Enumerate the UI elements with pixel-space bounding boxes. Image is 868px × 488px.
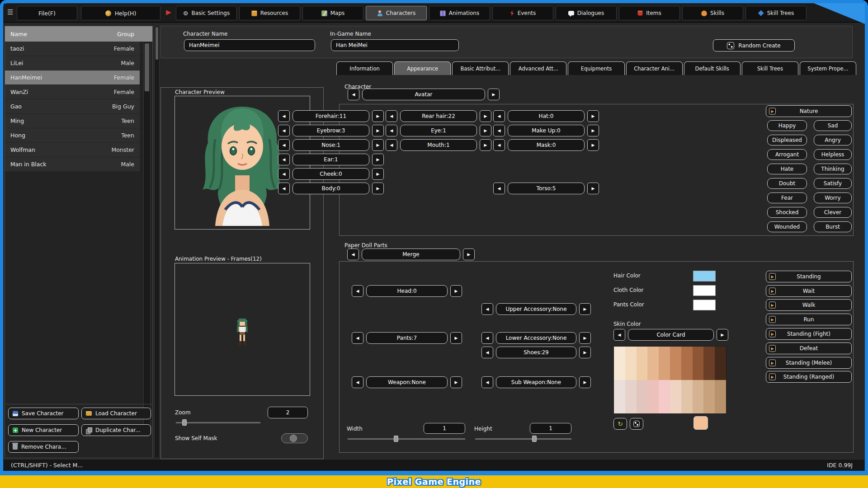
- emotion-sad-button[interactable]: Sad: [814, 120, 852, 131]
- character-row[interactable]: taoziFemale: [5, 42, 140, 56]
- prev-arrow-button[interactable]: ◀: [386, 125, 397, 136]
- next-arrow-button[interactable]: ▶: [372, 183, 384, 194]
- emotion-wounded-button[interactable]: Wounded: [767, 221, 807, 232]
- emotion-happy-button[interactable]: Happy: [767, 120, 807, 131]
- prev-arrow-button[interactable]: ◀: [493, 183, 505, 194]
- show-self-mask-toggle[interactable]: [281, 433, 308, 443]
- prev-arrow-button[interactable]: ◀: [278, 154, 290, 165]
- next-arrow-button[interactable]: ▶: [579, 303, 591, 315]
- next-arrow-button[interactable]: ▶: [372, 168, 384, 180]
- torso-value[interactable]: Torso:5: [508, 183, 585, 194]
- next-arrow-button[interactable]: ▶: [372, 154, 384, 165]
- skin-swatch[interactable]: [614, 347, 625, 380]
- next-arrow-button[interactable]: ▶: [579, 332, 591, 344]
- character-row[interactable]: GaoBig Guy: [5, 99, 140, 114]
- pants-color-swatch[interactable]: [693, 300, 716, 310]
- next-arrow-button[interactable]: ▶: [717, 329, 728, 341]
- nav-tab-basic-settings[interactable]: ⚙Basic Settings: [176, 6, 237, 20]
- nav-tab-skills[interactable]: Skills: [682, 6, 743, 20]
- prev-arrow-button[interactable]: ◀: [613, 329, 625, 341]
- skin-swatch[interactable]: [693, 380, 704, 413]
- help-menu[interactable]: Help(H): [81, 6, 160, 20]
- height-slider-track[interactable]: [475, 438, 571, 440]
- body-value[interactable]: Body:0: [292, 183, 369, 194]
- tab-system-properties[interactable]: System Prope...: [800, 61, 856, 75]
- run-icon[interactable]: ▶: [166, 8, 171, 16]
- skin-swatch[interactable]: [659, 347, 670, 380]
- prev-arrow-button[interactable]: ◀: [352, 376, 363, 388]
- next-arrow-button[interactable]: ▶: [372, 125, 384, 136]
- skin-swatch[interactable]: [647, 347, 659, 380]
- save-character-button[interactable]: Save Character: [8, 408, 79, 419]
- forehair-value[interactable]: Forehair:11: [292, 110, 369, 122]
- duplicate-character-button[interactable]: Duplicate Char...: [81, 424, 151, 436]
- eye-value[interactable]: Eye:1: [400, 125, 477, 136]
- prev-arrow-button[interactable]: ◀: [481, 303, 493, 315]
- emotion-hate-button[interactable]: Hate: [767, 164, 807, 174]
- prev-arrow-button[interactable]: ◀: [278, 110, 290, 122]
- skin-swatch[interactable]: [637, 380, 648, 413]
- skin-swatch[interactable]: [681, 347, 693, 380]
- skin-swatch[interactable]: [681, 380, 693, 413]
- anim-standing-button[interactable]: ▶Standing: [766, 271, 852, 282]
- character-row[interactable]: HongTeen: [5, 128, 140, 143]
- skin-swatch[interactable]: [703, 380, 715, 413]
- rear-hair-value[interactable]: Rear hair:22: [400, 110, 477, 122]
- ear-value[interactable]: Ear:1: [292, 154, 369, 165]
- avatar-spinner-value[interactable]: Avatar: [362, 89, 485, 100]
- skin-swatch[interactable]: [625, 380, 637, 413]
- emotion-thinking-button[interactable]: Thinking: [814, 164, 852, 174]
- next-arrow-button[interactable]: ▶: [587, 125, 599, 136]
- panel-scrollbar[interactable]: [154, 26, 160, 458]
- prev-arrow-button[interactable]: ◀: [493, 110, 505, 122]
- tab-advanced-attributes[interactable]: Advanced Att...: [510, 61, 566, 75]
- nav-tab-items[interactable]: Items: [619, 6, 680, 20]
- nav-tab-animations[interactable]: Animations: [429, 6, 490, 20]
- skin-swatch[interactable]: [670, 347, 681, 380]
- emotion-nature-button[interactable]: ▶Nature: [766, 105, 852, 117]
- upper-accessory-value[interactable]: Upper Accessory:None: [496, 303, 576, 315]
- merge-spinner-value[interactable]: Merge: [362, 249, 460, 260]
- emotion-helpless-button[interactable]: Helpless: [814, 149, 852, 160]
- skin-swatch[interactable]: [659, 380, 670, 413]
- nav-tab-skill-trees[interactable]: Skill Trees: [745, 6, 807, 20]
- tab-equipments[interactable]: Equipments: [568, 61, 624, 75]
- nav-tab-characters[interactable]: Characters: [366, 6, 427, 20]
- prev-arrow-button[interactable]: ◀: [352, 285, 363, 297]
- emotion-shocked-button[interactable]: Shocked: [767, 207, 807, 218]
- ingame-name-input[interactable]: [331, 39, 459, 51]
- next-arrow-button[interactable]: ▶: [579, 376, 591, 388]
- prev-arrow-button[interactable]: ◀: [278, 125, 290, 136]
- anim-run-button[interactable]: ▶Run: [766, 314, 852, 325]
- shoes-value[interactable]: Shoes:29: [496, 347, 576, 358]
- anim-walk-button[interactable]: ▶Walk: [766, 299, 852, 311]
- file-menu[interactable]: File(F): [17, 6, 77, 20]
- prev-arrow-button[interactable]: ◀: [386, 110, 397, 122]
- skin-swatch[interactable]: [715, 380, 726, 413]
- random-create-button[interactable]: Random Create: [713, 39, 795, 52]
- skin-swatch[interactable]: [637, 347, 648, 380]
- remove-character-button[interactable]: Remove Chara...: [8, 441, 79, 453]
- height-slider[interactable]: [475, 436, 571, 442]
- next-arrow-button[interactable]: ▶: [450, 285, 462, 297]
- new-character-button[interactable]: +New Character: [8, 424, 79, 436]
- random-color-button[interactable]: [630, 418, 643, 430]
- zoom-slider-track[interactable]: [176, 422, 260, 423]
- anim-wait-button[interactable]: ▶Wait: [766, 285, 852, 297]
- tab-appearance[interactable]: Appearance: [394, 61, 451, 75]
- character-row[interactable]: WolfmanMonster: [5, 143, 140, 157]
- skin-swatch[interactable]: [670, 380, 681, 413]
- prev-arrow-button[interactable]: ◀: [481, 332, 493, 344]
- next-arrow-button[interactable]: ▶: [450, 332, 462, 344]
- list-scrollbar-thumb[interactable]: [145, 43, 149, 91]
- refresh-color-button[interactable]: ↻: [613, 418, 627, 430]
- skin-swatch[interactable]: [693, 347, 704, 380]
- emotion-clever-button[interactable]: Clever: [814, 207, 852, 218]
- emotion-fear-button[interactable]: Fear: [767, 192, 807, 203]
- next-arrow-button[interactable]: ▶: [587, 183, 599, 194]
- eyebrow-value[interactable]: Eyebrow:3: [292, 125, 369, 136]
- selected-skin-swatch[interactable]: [693, 416, 708, 430]
- hat-value[interactable]: Hat:0: [508, 110, 585, 122]
- nav-tab-maps[interactable]: Maps: [302, 6, 363, 20]
- zoom-slider[interactable]: [176, 419, 260, 426]
